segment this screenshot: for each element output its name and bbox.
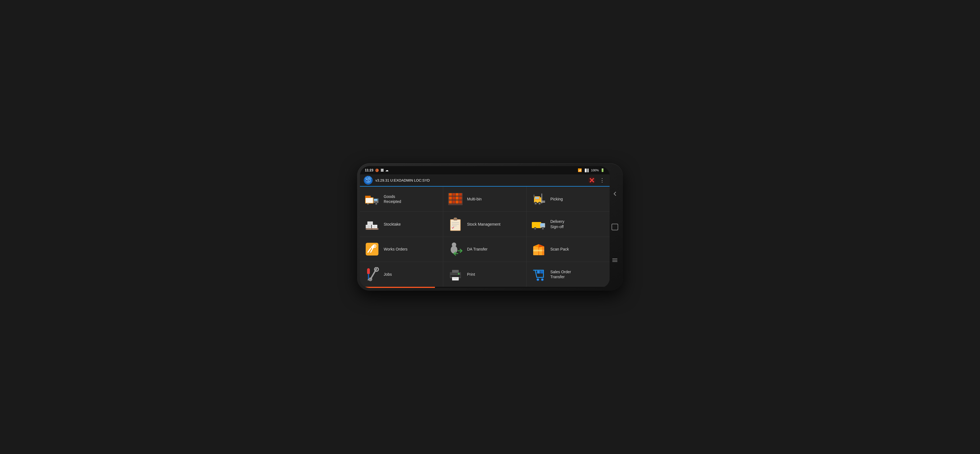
- works-orders-cell[interactable]: Works Orders: [360, 237, 443, 262]
- svg-rect-45: [541, 202, 545, 202]
- delivery-signoff-cell[interactable]: DeliverySign-off: [527, 212, 609, 237]
- image-icon: 🖼: [381, 169, 384, 172]
- nav-home-button[interactable]: [611, 223, 619, 231]
- status-time-area: 11:23 🏀 🖼 ☁: [365, 168, 388, 172]
- svg-rect-110: [540, 271, 543, 274]
- svg-point-9: [588, 177, 595, 184]
- sales-order-transfer-label: Sales OrderTransfer: [550, 269, 571, 279]
- svg-point-104: [458, 273, 460, 275]
- svg-point-49: [539, 202, 540, 204]
- picking-cell[interactable]: Picking: [527, 186, 609, 212]
- svg-point-106: [537, 279, 539, 280]
- stock-management-icon: [448, 217, 463, 232]
- nav-back-button[interactable]: [611, 190, 619, 198]
- sales-order-transfer-icon: [531, 267, 546, 282]
- scan-pack-icon: [531, 241, 546, 257]
- svg-rect-50: [533, 194, 535, 198]
- works-orders-label: Works Orders: [384, 247, 407, 252]
- scan-pack-cell[interactable]: Scan Pack: [527, 237, 609, 262]
- delivery-signoff-icon: [531, 217, 546, 232]
- jobs-icon: [364, 267, 380, 282]
- svg-rect-91: [542, 246, 544, 255]
- phone-nav-buttons: [609, 166, 620, 288]
- cloud-icon: ☁: [385, 169, 388, 172]
- da-transfer-cell[interactable]: DA Transfer: [443, 237, 526, 262]
- jobs-cell[interactable]: Jobs: [360, 262, 443, 287]
- svg-point-47: [535, 202, 536, 204]
- svg-line-2: [369, 176, 369, 178]
- svg-rect-16: [374, 199, 377, 201]
- signal-icon: ▐▌▌: [584, 169, 589, 172]
- stocktake-label: Stocktake: [384, 222, 401, 227]
- print-label: Print: [467, 272, 475, 277]
- print-cell[interactable]: Print: [443, 262, 526, 287]
- goods-receipted-cell[interactable]: GoodsReceipted: [360, 186, 443, 212]
- status-icons-area: 📶 ▐▌▌ 100% 🔋: [578, 168, 605, 172]
- svg-line-6: [370, 178, 371, 180]
- works-orders-icon: [364, 241, 380, 257]
- svg-rect-37: [452, 201, 455, 204]
- svg-rect-27: [448, 204, 463, 204]
- svg-rect-32: [449, 196, 452, 199]
- svg-rect-92: [367, 268, 370, 274]
- svg-rect-52: [366, 228, 367, 230]
- wifi-icon: 📶: [578, 168, 582, 172]
- svg-rect-28: [449, 193, 452, 196]
- svg-point-76: [535, 228, 536, 229]
- svg-point-8: [369, 180, 369, 180]
- stock-management-cell[interactable]: Stock Management: [443, 212, 526, 237]
- goods-receipted-icon: [364, 191, 380, 207]
- svg-rect-67: [454, 218, 457, 220]
- svg-point-20: [375, 203, 377, 204]
- phone-screen: 11:23 🏀 🖼 ☁ 📶 ▐▌▌ 100% 🔋: [360, 166, 609, 288]
- svg-rect-54: [377, 228, 379, 230]
- jobs-label: Jobs: [384, 272, 392, 277]
- svg-rect-36: [449, 201, 452, 204]
- basketball-icon: 🏀: [375, 169, 379, 172]
- svg-rect-30: [456, 193, 458, 196]
- svg-point-85: [451, 246, 457, 253]
- svg-rect-74: [541, 224, 544, 226]
- header-menu-button[interactable]: ⋮: [598, 177, 606, 183]
- svg-rect-23: [366, 198, 373, 203]
- time-display: 11:23: [365, 168, 374, 172]
- svg-rect-39: [459, 201, 462, 204]
- da-transfer-icon: [448, 241, 463, 257]
- svg-rect-25: [448, 196, 463, 196]
- scan-pack-label: Scan Pack: [550, 247, 569, 252]
- stocktake-icon: [364, 217, 380, 232]
- svg-point-78: [542, 228, 544, 229]
- print-icon: [448, 267, 463, 282]
- picking-label: Picking: [550, 196, 563, 202]
- sales-order-transfer-cell[interactable]: Sales OrderTransfer: [527, 262, 609, 287]
- svg-point-7: [366, 180, 368, 181]
- svg-rect-42: [535, 197, 539, 199]
- stocktake-cell[interactable]: Stocktake: [360, 212, 443, 237]
- svg-line-95: [371, 269, 377, 279]
- svg-rect-29: [452, 193, 455, 196]
- svg-rect-103: [450, 276, 460, 277]
- multi-bin-icon: [448, 191, 463, 207]
- nav-recent-button[interactable]: [611, 256, 619, 264]
- app-logo: [364, 176, 372, 185]
- svg-rect-38: [456, 201, 458, 204]
- stock-management-label: Stock Management: [467, 222, 501, 227]
- svg-line-3: [366, 177, 367, 179]
- phone-device: 11:23 🏀 🖼 ☁ 📶 ▐▌▌ 100% 🔋: [357, 163, 623, 291]
- svg-rect-33: [452, 196, 455, 199]
- svg-rect-44: [541, 201, 545, 202]
- svg-rect-53: [371, 228, 372, 230]
- svg-rect-72: [532, 222, 541, 228]
- multi-bin-cell[interactable]: Multi-bin: [443, 186, 526, 212]
- battery-display: 100%: [591, 169, 599, 172]
- goods-receipted-label: GoodsReceipted: [384, 194, 401, 204]
- da-transfer-label: DA Transfer: [467, 247, 487, 252]
- svg-rect-34: [456, 196, 458, 199]
- battery-icon: 🔋: [600, 168, 605, 172]
- bottom-bar: [360, 287, 609, 288]
- close-button[interactable]: [588, 176, 596, 184]
- svg-rect-35: [459, 196, 462, 199]
- svg-rect-26: [448, 199, 463, 201]
- app-version-title: v3.29.31 U:EXOADMIN LOC:SYD: [375, 178, 585, 182]
- picking-icon: [531, 191, 546, 207]
